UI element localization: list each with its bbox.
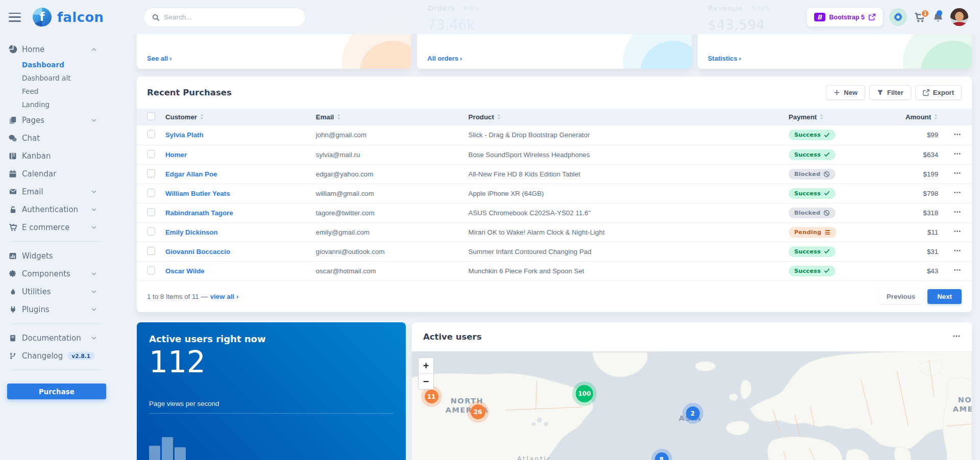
sidebar-item-home[interactable]: Home <box>0 40 113 58</box>
chevron-down-icon <box>89 224 99 231</box>
row-checkbox[interactable] <box>147 189 155 197</box>
world-map[interactable]: + − NORTH AMERICAASIANORTH AMERICAAtlant… <box>412 351 972 460</box>
sidebar-item-widgets[interactable]: Widgets <box>0 247 113 265</box>
customer-link[interactable]: Rabindranath Tagore <box>161 203 312 222</box>
search-box[interactable] <box>143 8 306 27</box>
amount-value: $99 <box>901 125 942 145</box>
sidebar-item-dashboard-alt[interactable]: Dashboard alt <box>0 71 113 85</box>
row-checkbox[interactable] <box>147 130 155 138</box>
customer-link[interactable]: Giovanni Boccaccio <box>161 242 312 261</box>
statistics-link[interactable]: Statistics› <box>708 55 741 62</box>
row-actions-button[interactable] <box>953 208 961 217</box>
customer-link[interactable]: Edgar Allan Poe <box>161 164 312 184</box>
user-avatar[interactable] <box>950 8 968 26</box>
row-actions-button[interactable] <box>953 247 961 256</box>
sidebar-item-utilities[interactable]: Utilities <box>0 283 113 300</box>
kanban-icon <box>8 152 17 160</box>
select-all-checkbox[interactable] <box>147 112 155 120</box>
sidebar-item-pages[interactable]: Pages <box>0 111 113 129</box>
sidebar-item-plugins[interactable]: Plugins <box>0 300 113 318</box>
row-actions-button[interactable] <box>953 189 961 198</box>
card-menu-button[interactable] <box>952 332 961 342</box>
sidebar-item-documentation[interactable]: Documentation <box>0 329 113 347</box>
settings-button[interactable] <box>889 8 907 26</box>
sidebar-item-changelog[interactable]: Changelogv2.8.1 <box>0 347 113 365</box>
see-all-link[interactable]: See all› <box>147 55 172 62</box>
purchase-button[interactable]: Purchase <box>7 384 106 399</box>
payment-status-badge: Success <box>789 130 836 140</box>
chevron-down-icon <box>89 289 99 295</box>
sidebar-item-authentication[interactable]: Authentication <box>0 200 113 218</box>
customer-link[interactable]: William Butler Yeats <box>161 184 312 203</box>
row-actions-button[interactable] <box>953 227 961 237</box>
check-icon <box>824 190 830 196</box>
new-button[interactable]: New <box>826 85 865 100</box>
map-marker[interactable]: 2 <box>686 406 700 420</box>
customer-link[interactable]: Sylvia Plath <box>161 125 312 145</box>
book-icon <box>8 334 17 342</box>
customer-link[interactable]: Homer <box>161 145 312 164</box>
copy-icon <box>8 116 17 124</box>
sidebar-item-components[interactable]: Components <box>0 265 113 283</box>
column-header-payment[interactable]: Payment <box>785 109 901 125</box>
all-orders-link[interactable]: All orders› <box>427 55 462 62</box>
view-all-link[interactable]: view all › <box>210 293 238 300</box>
falcon-logo[interactable]: f falcon <box>32 7 104 27</box>
column-header-customer[interactable]: Customer <box>161 109 312 125</box>
next-button[interactable]: Next <box>927 289 962 304</box>
purchases-table: CustomerEmailProductPaymentAmount Sylvia… <box>137 109 972 281</box>
sidebar-item-landing[interactable]: Landing <box>0 98 113 111</box>
row-actions-button[interactable] <box>953 150 961 159</box>
map-marker[interactable]: 100 <box>576 385 593 402</box>
payment-status-badge: Success <box>789 266 836 276</box>
map-marker[interactable]: 11 <box>425 390 438 403</box>
customer-email: tagore@twitter.com <box>312 203 464 222</box>
sidebar-item-e-commerce[interactable]: E commerce <box>0 218 113 236</box>
row-checkbox[interactable] <box>147 208 155 216</box>
customer-email: oscar@hotmail.com <box>312 261 464 280</box>
sidebar-item-email[interactable]: Email <box>0 183 113 200</box>
button-label: Export <box>933 89 954 96</box>
row-checkbox[interactable] <box>147 169 155 177</box>
row-checkbox[interactable] <box>147 150 155 158</box>
filter-button[interactable]: Filter <box>869 85 911 100</box>
chevron-down-icon <box>89 189 99 195</box>
customer-link[interactable]: Emily Dickinson <box>161 222 312 242</box>
table-row: Emily Dickinsonemily@gmail.comMirari OK … <box>137 222 972 242</box>
cart-button[interactable]: 1 <box>914 12 926 23</box>
chevron-up-icon <box>89 46 99 53</box>
row-actions-button[interactable] <box>953 169 961 178</box>
sidebar-item-calendar[interactable]: Calendar <box>0 165 113 183</box>
sort-icon <box>336 114 341 120</box>
hamburger-menu-icon[interactable] <box>9 13 21 22</box>
row-actions-button[interactable] <box>953 266 961 275</box>
check-icon <box>824 132 830 138</box>
sidebar-item-chat[interactable]: Chat <box>0 129 113 147</box>
row-actions-button[interactable] <box>953 131 961 140</box>
map-region-label: NORTH AMERICA <box>426 396 508 415</box>
customer-link[interactable]: Oscar Wilde <box>161 261 312 280</box>
version-badge: v2.8.1 <box>67 352 94 360</box>
customer-email: william@gmail.com <box>312 184 464 203</box>
sidebar-item-feed[interactable]: Feed <box>0 85 113 98</box>
sidebar-item-dashboard[interactable]: Dashboard <box>0 58 113 71</box>
table-header-row: CustomerEmailProductPaymentAmount <box>137 109 972 125</box>
row-checkbox[interactable] <box>147 227 155 236</box>
previous-button[interactable]: Previous <box>878 289 923 304</box>
payment-status-label: Pending <box>794 229 821 236</box>
ban-icon <box>823 171 830 177</box>
row-checkbox[interactable] <box>147 247 155 255</box>
table-actions: NewFilterExport <box>826 85 962 100</box>
search-input[interactable] <box>164 13 297 21</box>
zoom-in-button[interactable]: + <box>419 358 433 373</box>
zoom-out-button[interactable]: − <box>419 374 433 389</box>
bootstrap5-link[interactable]: B Bootstrap 5 <box>807 8 883 27</box>
column-header-amount[interactable]: Amount <box>901 109 942 125</box>
notifications-button[interactable] <box>933 12 944 23</box>
map-marker[interactable]: 26 <box>471 404 485 419</box>
export-button[interactable]: Export <box>915 85 962 100</box>
sidebar-item-kanban[interactable]: Kanban <box>0 147 113 165</box>
column-header-email[interactable]: Email <box>312 109 464 125</box>
column-header-product[interactable]: Product <box>464 109 785 125</box>
row-checkbox[interactable] <box>147 266 155 274</box>
